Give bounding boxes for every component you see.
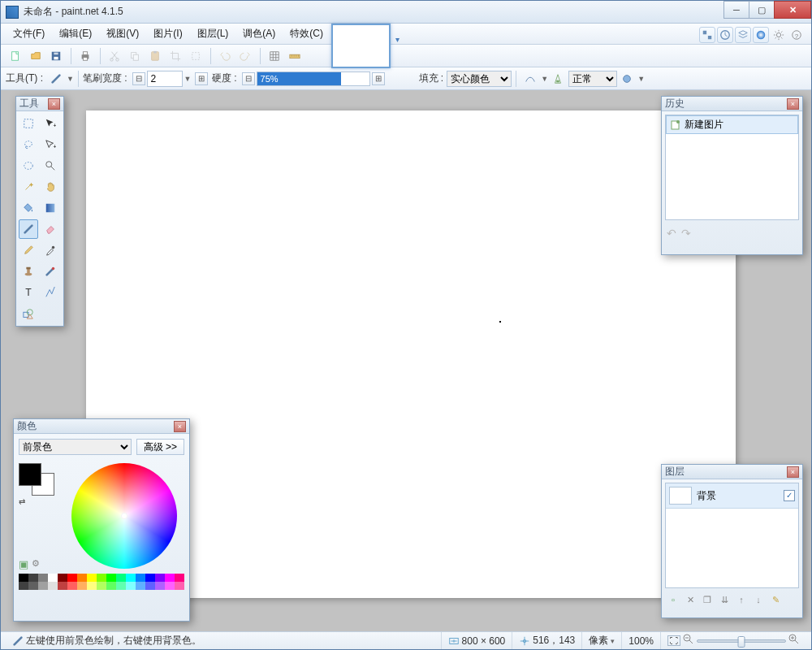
palette-swatch[interactable]: [38, 582, 48, 590]
tool-gradient[interactable]: [41, 198, 60, 218]
redo-button[interactable]: [235, 46, 255, 66]
current-tool-icon[interactable]: [46, 69, 66, 89]
history-panel-close[interactable]: ×: [787, 98, 799, 110]
maximize-button[interactable]: ▢: [749, 1, 775, 19]
toggle-layers-button[interactable]: [735, 27, 751, 43]
palette-swatch[interactable]: [58, 582, 67, 590]
brush-width-dropdown-icon[interactable]: ▼: [184, 75, 192, 83]
thumbnail-dropdown-icon[interactable]: ▾: [395, 35, 400, 44]
palette-swatch[interactable]: [38, 574, 48, 582]
selection-mode-button[interactable]: [617, 69, 637, 89]
palette-swatch[interactable]: [165, 574, 175, 582]
palette-swatch[interactable]: [145, 574, 155, 582]
status-units[interactable]: 像素: [589, 634, 608, 648]
layers-list[interactable]: 背景 ✓: [665, 483, 799, 588]
colors-panel-close[interactable]: ×: [174, 421, 186, 432]
menu-effects[interactable]: 特效(C): [283, 24, 330, 44]
tool-rect-select[interactable]: [19, 114, 38, 133]
ruler-button[interactable]: [285, 46, 304, 66]
palette-swatch[interactable]: [155, 574, 165, 582]
settings-button[interactable]: [771, 27, 787, 43]
tool-magic-wand[interactable]: [19, 177, 38, 197]
palette-swatch[interactable]: [97, 582, 106, 590]
tool-ellipse-select[interactable]: [19, 156, 38, 176]
deselect-button[interactable]: [186, 46, 205, 66]
zoom-slider-thumb[interactable]: [738, 636, 745, 648]
hardness-slider[interactable]: 75%: [257, 72, 370, 86]
menu-file[interactable]: 文件(F): [6, 24, 52, 44]
antialias-button[interactable]: [520, 69, 540, 89]
layer-item[interactable]: 背景 ✓: [666, 483, 798, 509]
crop-button[interactable]: [166, 46, 185, 66]
palette-swatch[interactable]: [87, 582, 97, 590]
titlebar[interactable]: 未命名 - paint.net 4.1.5 ─ ▢ ✕: [1, 1, 811, 24]
palette-swatch[interactable]: [87, 574, 97, 582]
document-thumbnail[interactable]: [331, 24, 391, 68]
hardness-increase[interactable]: ⊞: [372, 72, 385, 85]
selection-mode-dropdown-icon[interactable]: ▼: [637, 75, 645, 83]
toggle-colors-button[interactable]: [753, 27, 769, 43]
palette-swatch[interactable]: [175, 582, 184, 590]
palette-swatch[interactable]: [77, 574, 87, 582]
brush-width-decrease[interactable]: ⊟: [132, 72, 145, 85]
palette-swatch[interactable]: [97, 574, 106, 582]
palette-menu-icon[interactable]: ⚙: [32, 558, 40, 570]
menu-view[interactable]: 视图(V): [99, 24, 146, 44]
palette-swatch[interactable]: [28, 574, 38, 582]
tools-panel-close[interactable]: ×: [48, 98, 60, 110]
tool-paintbrush[interactable]: [19, 219, 38, 239]
tool-eraser[interactable]: [41, 219, 60, 239]
grid-button[interactable]: [265, 46, 284, 66]
menu-image[interactable]: 图片(I): [146, 24, 189, 44]
palette-swatch[interactable]: [19, 582, 28, 590]
layer-up-button[interactable]: ↑: [735, 593, 748, 606]
layer-add-button[interactable]: ▫: [667, 593, 680, 606]
layer-merge-button[interactable]: ⇊: [718, 593, 731, 606]
toggle-tools-button[interactable]: [699, 27, 715, 43]
tool-dropdown-icon[interactable]: ▼: [67, 75, 74, 83]
tool-clone-stamp[interactable]: [19, 262, 38, 281]
zoom-in-icon[interactable]: [788, 634, 800, 648]
history-redo-icon[interactable]: ↷: [681, 227, 691, 240]
zoom-fit-icon[interactable]: ⛶: [667, 635, 680, 646]
tool-pan[interactable]: [41, 177, 60, 197]
print-button[interactable]: [76, 46, 95, 66]
palette-row-1[interactable]: [19, 574, 184, 582]
palette-swatch[interactable]: [165, 582, 175, 590]
palette-swatch[interactable]: [136, 582, 145, 590]
cut-button[interactable]: [105, 46, 124, 66]
history-undo-icon[interactable]: ↶: [667, 227, 676, 240]
paste-button[interactable]: [145, 46, 165, 66]
save-button[interactable]: [46, 46, 66, 66]
undo-button[interactable]: [215, 46, 235, 66]
palette-swatch[interactable]: [116, 582, 126, 590]
palette-swatch[interactable]: [48, 582, 58, 590]
layer-properties-button[interactable]: ✎: [769, 593, 782, 606]
colors-panel[interactable]: 颜色× 前景色 高级 >> ⇄ ▣ ⚙: [13, 418, 190, 622]
brush-width-increase[interactable]: ⊞: [195, 72, 208, 85]
color-swatches[interactable]: [19, 463, 54, 496]
add-color-icon[interactable]: ▣: [19, 558, 28, 570]
toggle-history-button[interactable]: [717, 27, 733, 43]
copy-button[interactable]: [125, 46, 145, 66]
history-item[interactable]: 新建图片: [666, 115, 798, 134]
tool-text[interactable]: T: [19, 283, 38, 302]
menu-adjust[interactable]: 调色(A): [235, 24, 283, 44]
tools-panel[interactable]: 工具× + + T: [15, 96, 64, 327]
palette-swatch[interactable]: [175, 574, 184, 582]
colors-more-button[interactable]: 高级 >>: [136, 439, 184, 455]
new-button[interactable]: [6, 46, 25, 66]
history-list[interactable]: 新建图片: [665, 115, 799, 220]
units-dropdown-icon[interactable]: ▾: [611, 637, 615, 645]
open-button[interactable]: [26, 46, 45, 66]
minimize-button[interactable]: ─: [723, 1, 749, 19]
palette-swatch[interactable]: [58, 574, 67, 582]
tool-line[interactable]: [41, 283, 60, 302]
tool-color-picker[interactable]: [41, 240, 60, 260]
tool-move-pixels[interactable]: +: [41, 135, 60, 154]
color-wheel-indicator[interactable]: [121, 513, 127, 519]
history-panel[interactable]: 历史× 新建图片 ↶ ↷: [661, 96, 803, 255]
palette-swatch[interactable]: [126, 582, 136, 590]
palette-row-2[interactable]: [19, 582, 184, 590]
hardness-decrease[interactable]: ⊟: [242, 72, 255, 85]
